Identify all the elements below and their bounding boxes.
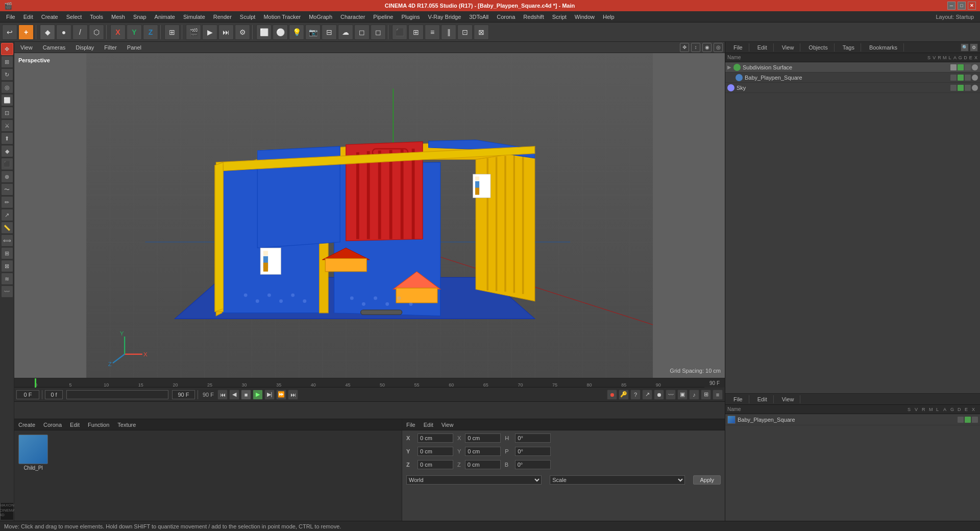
- y-pos-input[interactable]: [418, 447, 453, 456]
- go-start-btn[interactable]: ⏮: [217, 390, 228, 400]
- z-axis-btn[interactable]: Z: [143, 25, 158, 40]
- maximize-button[interactable]: □: [958, 2, 966, 10]
- menu-snap[interactable]: Snap: [129, 13, 151, 21]
- mat-tab-corona[interactable]: Corona: [41, 422, 64, 428]
- mat-tab-texture[interactable]: Texture: [115, 422, 138, 428]
- tool-knife[interactable]: ⚔: [1, 119, 13, 132]
- record-btn[interactable]: ⏺: [607, 390, 617, 400]
- tool-move[interactable]: ✥: [1, 43, 13, 55]
- undo-button[interactable]: ↩: [2, 25, 17, 40]
- playpen-ind-1[interactable]: [950, 75, 957, 81]
- apply-button[interactable]: Apply: [693, 475, 721, 485]
- render-all-btn[interactable]: ⏭: [218, 25, 234, 40]
- x-pos-input[interactable]: [418, 433, 453, 443]
- object-row-subdivision[interactable]: ▶ Subdivision Surface: [725, 62, 980, 73]
- menu-mesh[interactable]: Mesh: [107, 13, 129, 21]
- tool-live-select[interactable]: ◎: [1, 81, 13, 93]
- current-frame-input[interactable]: [16, 390, 39, 399]
- menu-pipeline[interactable]: Pipeline: [369, 13, 397, 21]
- tool-rotate[interactable]: ↻: [1, 68, 13, 81]
- menu-animate[interactable]: Animate: [151, 13, 179, 21]
- menu-character[interactable]: Character: [336, 13, 369, 21]
- sub-ind-3[interactable]: [965, 64, 971, 70]
- om-tab-view[interactable]: View: [776, 43, 801, 52]
- object-row-playpen[interactable]: Baby_Playpen_Square: [725, 73, 980, 83]
- x-rot-input[interactable]: [465, 433, 501, 443]
- sky-ind-1[interactable]: [950, 85, 957, 91]
- viewport-menu-display[interactable]: Display: [71, 43, 98, 52]
- menu-vray[interactable]: V-Ray Bridge: [424, 13, 465, 21]
- om-tab-tags[interactable]: Tags: [837, 43, 861, 52]
- play-fwd-btn[interactable]: ▶: [253, 390, 263, 400]
- viewport-menu-view[interactable]: View: [16, 43, 37, 52]
- tool-mirror[interactable]: ⟺: [1, 234, 13, 247]
- vp-icon-3[interactable]: ◉: [702, 43, 712, 52]
- sub-ind-1[interactable]: [950, 64, 957, 70]
- play-fast-fwd[interactable]: ⏩: [276, 390, 286, 400]
- sphere-btn[interactable]: ⚪: [273, 25, 288, 40]
- tool-smooth[interactable]: 〜: [1, 183, 13, 196]
- cube-btn[interactable]: ⬜: [256, 25, 272, 40]
- fg-btn[interactable]: ◻: [371, 25, 386, 40]
- attr-tab-edit[interactable]: Edit: [422, 422, 435, 428]
- menu-window[interactable]: Window: [571, 13, 599, 21]
- vp-icon-1[interactable]: ✥: [680, 43, 689, 52]
- viewport-menu-filter[interactable]: Filter: [100, 43, 120, 52]
- mat-tab-function[interactable]: Function: [86, 422, 111, 428]
- minimize-button[interactable]: ─: [947, 2, 955, 10]
- h-input[interactable]: [515, 433, 551, 443]
- om-tab-edit[interactable]: Edit: [751, 43, 774, 52]
- go-end-btn[interactable]: ⏭: [288, 390, 298, 400]
- playpen-ind-3[interactable]: [965, 75, 971, 81]
- z-pos-input[interactable]: [418, 460, 453, 469]
- viewport-menu-panel[interactable]: Panel: [123, 43, 145, 52]
- menu-select[interactable]: Select: [62, 13, 86, 21]
- world-select[interactable]: World Local Object: [406, 475, 542, 485]
- mm-tab-edit[interactable]: Edit: [751, 395, 774, 403]
- mat-swatch-preview[interactable]: [18, 435, 48, 464]
- floor-btn[interactable]: ⊟: [322, 25, 337, 40]
- menu-mograph[interactable]: MoGraph: [305, 13, 336, 21]
- render-view-btn[interactable]: ▶: [202, 25, 217, 40]
- mat-tab-create[interactable]: Create: [16, 422, 37, 428]
- sky-ind-3[interactable]: [965, 85, 971, 91]
- layout-2v-btn[interactable]: ‖: [441, 25, 456, 40]
- tool-extrude[interactable]: ⬆: [1, 132, 13, 144]
- edge-mode[interactable]: /: [72, 25, 88, 40]
- tool-scale[interactable]: ⊞: [1, 56, 13, 68]
- menu-help[interactable]: Help: [599, 13, 619, 21]
- menu-create[interactable]: Create: [37, 13, 62, 21]
- layout-3-btn[interactable]: ⊡: [457, 25, 473, 40]
- menu-edit[interactable]: Edit: [19, 13, 37, 21]
- y-axis-btn[interactable]: Y: [127, 25, 142, 40]
- bg-btn[interactable]: ◻: [354, 25, 370, 40]
- sync-btn[interactable]: ⊞: [701, 390, 711, 400]
- b-input[interactable]: [515, 460, 551, 469]
- viewport-menu-cameras[interactable]: Cameras: [39, 43, 70, 52]
- vp-icon-2[interactable]: ↕: [691, 43, 700, 52]
- light-btn[interactable]: 💡: [289, 25, 304, 40]
- play-back-btn[interactable]: ◀: [229, 390, 239, 400]
- tool-loop-select[interactable]: ⊡: [1, 107, 13, 119]
- mm-tab-file[interactable]: File: [727, 395, 749, 403]
- y-rot-input[interactable]: [465, 447, 501, 456]
- point-mode[interactable]: ●: [56, 25, 71, 40]
- menu-3dtoall[interactable]: 3DToAll: [465, 13, 493, 21]
- tool-magnet[interactable]: ⊗: [1, 171, 13, 183]
- menu-simulate[interactable]: Simulate: [179, 13, 209, 21]
- frame-range-bar[interactable]: [66, 390, 168, 399]
- menu-sculpt[interactable]: Sculpt: [236, 13, 260, 21]
- om-tab-bookmarks[interactable]: Bookmarks: [863, 43, 904, 52]
- fcurve-btn[interactable]: 〰: [666, 390, 676, 400]
- mm-ind-1[interactable]: [958, 417, 964, 423]
- toolbar-add[interactable]: +: [18, 25, 34, 40]
- om-tab-file[interactable]: File: [727, 43, 749, 52]
- menu-script[interactable]: Script: [548, 13, 571, 21]
- om-settings-icon[interactable]: ⚙: [970, 43, 978, 52]
- sky-btn[interactable]: ☁: [338, 25, 353, 40]
- menu-tools[interactable]: Tools: [86, 13, 107, 21]
- tool-hair[interactable]: ≋: [1, 273, 13, 285]
- timeline-mode-btn[interactable]: ⏺: [654, 390, 664, 400]
- mm-material-row[interactable]: Baby_Playpen_Square: [725, 414, 980, 425]
- settings-timeline-btn[interactable]: ≡: [713, 390, 723, 400]
